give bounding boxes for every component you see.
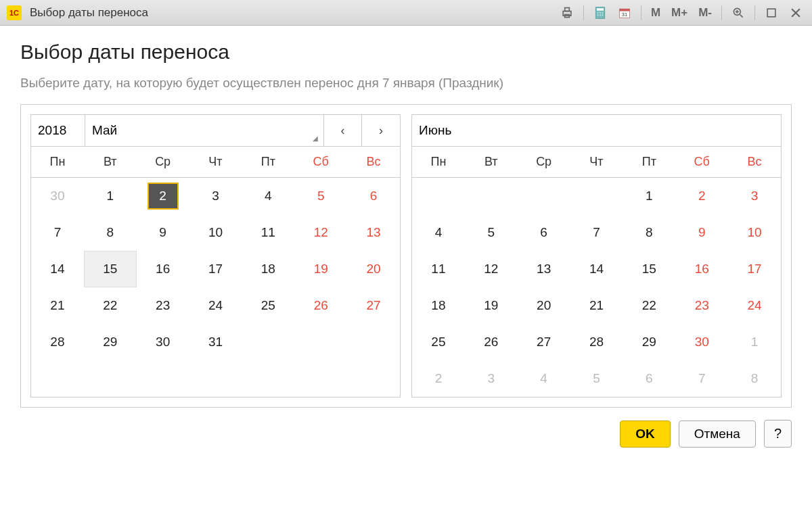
- day-cell[interactable]: 19: [294, 251, 347, 287]
- day-cell[interactable]: 14: [570, 251, 623, 287]
- day-cell[interactable]: 3: [728, 178, 781, 214]
- day-cell[interactable]: 30: [137, 324, 189, 360]
- close-icon[interactable]: [786, 4, 805, 22]
- day-cell[interactable]: 23: [137, 287, 189, 324]
- day-cell[interactable]: 10: [728, 214, 781, 251]
- help-button[interactable]: ?: [764, 420, 792, 448]
- day-cell[interactable]: 4: [242, 178, 294, 214]
- day-cell[interactable]: 2: [137, 178, 189, 214]
- day-cell[interactable]: 20: [347, 251, 400, 287]
- day-cell[interactable]: 1: [623, 178, 675, 214]
- day-cell[interactable]: 12: [465, 251, 518, 287]
- day-cell[interactable]: 25: [412, 324, 465, 360]
- day-cell[interactable]: 8: [728, 360, 781, 397]
- day-cell[interactable]: 20: [518, 287, 570, 324]
- footer: OK Отмена ?: [20, 420, 792, 448]
- day-cell[interactable]: 27: [347, 287, 400, 324]
- day-cell[interactable]: 22: [84, 287, 137, 324]
- day-cell[interactable]: 15: [84, 251, 137, 287]
- day-cell[interactable]: 9: [675, 214, 728, 251]
- day-cell[interactable]: 26: [465, 324, 518, 360]
- day-cell[interactable]: 6: [347, 178, 400, 214]
- day-cell[interactable]: 11: [242, 214, 294, 251]
- zoom-icon[interactable]: [729, 4, 748, 22]
- day-cell[interactable]: 21: [31, 287, 84, 324]
- empty-cell: [294, 324, 347, 360]
- day-cell[interactable]: 5: [465, 214, 518, 251]
- print-icon[interactable]: [558, 4, 577, 22]
- month-selector[interactable]: Май◢: [85, 115, 324, 146]
- day-cell[interactable]: 29: [84, 324, 137, 360]
- day-cell[interactable]: 21: [570, 287, 623, 324]
- day-cell[interactable]: 14: [31, 251, 84, 287]
- prev-month-button[interactable]: ‹: [324, 115, 362, 146]
- year-selector[interactable]: 2018: [31, 115, 85, 146]
- cancel-button[interactable]: Отмена: [679, 420, 756, 448]
- month-name-right: Июнь: [412, 115, 781, 146]
- day-cell[interactable]: 10: [189, 214, 242, 251]
- day-cell[interactable]: 11: [412, 251, 465, 287]
- day-cell[interactable]: 13: [518, 251, 570, 287]
- day-cell[interactable]: 22: [623, 287, 675, 324]
- next-month-button[interactable]: ›: [362, 115, 400, 146]
- day-cell[interactable]: 30: [675, 324, 728, 360]
- day-cell[interactable]: 6: [623, 360, 675, 397]
- day-cell[interactable]: 2: [675, 178, 728, 214]
- month-right: Июнь ПнВтСрЧтПтСбВс 12345678910111213141…: [411, 114, 782, 398]
- calculator-icon[interactable]: [591, 4, 610, 22]
- day-cell[interactable]: 18: [412, 287, 465, 324]
- day-cell[interactable]: 23: [675, 287, 728, 324]
- titlebar: 1C Выбор даты переноса 31 M M+ M-: [0, 0, 812, 26]
- day-cell[interactable]: 4: [518, 360, 570, 397]
- day-cell[interactable]: 3: [189, 178, 242, 214]
- day-cell[interactable]: 31: [189, 324, 242, 360]
- day-cell[interactable]: 7: [570, 214, 623, 251]
- day-cell[interactable]: 5: [570, 360, 623, 397]
- day-cell[interactable]: 7: [675, 360, 728, 397]
- day-cell[interactable]: 16: [675, 251, 728, 287]
- day-cell[interactable]: 24: [189, 287, 242, 324]
- day-cell[interactable]: 26: [294, 287, 347, 324]
- day-cell[interactable]: 4: [412, 214, 465, 251]
- memory-mminus-button[interactable]: M-: [696, 4, 715, 22]
- svg-rect-4: [597, 8, 604, 10]
- dow-label: Пт: [242, 147, 294, 177]
- day-cell[interactable]: 30: [31, 178, 84, 214]
- day-cell[interactable]: 8: [623, 214, 675, 251]
- day-cell[interactable]: 28: [31, 324, 84, 360]
- day-cell[interactable]: 3: [465, 360, 518, 397]
- day-cell[interactable]: 18: [242, 251, 294, 287]
- day-cell[interactable]: 7: [31, 214, 84, 251]
- memory-mplus-button[interactable]: M+: [669, 4, 690, 22]
- day-cell[interactable]: 28: [570, 324, 623, 360]
- window-title: Выбор даты переноса: [30, 6, 558, 20]
- day-cell[interactable]: 12: [294, 214, 347, 251]
- day-cell[interactable]: 15: [623, 251, 675, 287]
- day-cell[interactable]: 5: [294, 178, 347, 214]
- calendar-icon[interactable]: 31: [615, 4, 634, 22]
- dow-label: Вс: [347, 147, 400, 177]
- empty-cell: [570, 178, 623, 214]
- day-cell[interactable]: 25: [242, 287, 294, 324]
- day-cell[interactable]: 1: [728, 324, 781, 360]
- days-grid-right: 1234567891011121314151617181920212223242…: [412, 178, 781, 397]
- empty-cell: [465, 178, 518, 214]
- day-cell[interactable]: 17: [728, 251, 781, 287]
- day-cell[interactable]: 8: [84, 214, 137, 251]
- day-cell[interactable]: 9: [137, 214, 189, 251]
- day-cell[interactable]: 16: [137, 251, 189, 287]
- day-cell[interactable]: 17: [189, 251, 242, 287]
- ok-button[interactable]: OK: [620, 420, 671, 448]
- dow-label: Ср: [137, 147, 189, 177]
- day-cell[interactable]: 2: [412, 360, 465, 397]
- day-cell[interactable]: 29: [623, 324, 675, 360]
- svg-rect-18: [767, 9, 775, 17]
- maximize-icon[interactable]: [762, 4, 781, 22]
- day-cell[interactable]: 19: [465, 287, 518, 324]
- day-cell[interactable]: 24: [728, 287, 781, 324]
- day-cell[interactable]: 13: [347, 214, 400, 251]
- day-cell[interactable]: 6: [518, 214, 570, 251]
- memory-m-button[interactable]: M: [648, 4, 663, 22]
- day-cell[interactable]: 1: [84, 178, 137, 214]
- day-cell[interactable]: 27: [518, 324, 570, 360]
